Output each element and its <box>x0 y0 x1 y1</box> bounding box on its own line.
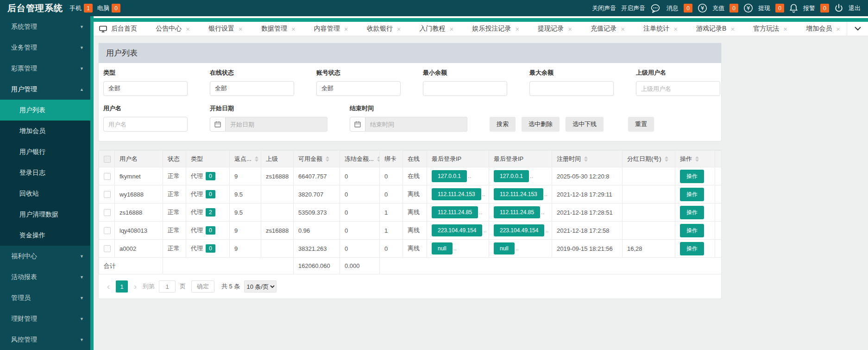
tab-close-icon[interactable]: × <box>450 25 454 33</box>
row-checkbox[interactable] <box>104 227 111 234</box>
sidebar-item[interactable]: 风控管理▼ <box>0 329 90 350</box>
sidebar-item[interactable]: 福利中心▼ <box>0 246 90 267</box>
delete-selected-button[interactable]: 选中删除 <box>522 117 560 132</box>
sort-icon[interactable] <box>255 156 258 162</box>
sidebar-subitem[interactable]: 增加会员 <box>0 121 90 141</box>
row-action-button[interactable]: 操作 <box>680 188 704 201</box>
row-checkbox[interactable] <box>104 209 111 216</box>
sidebar-item[interactable]: 用户管理▲ <box>0 79 90 100</box>
reset-button[interactable]: 重置 <box>628 117 654 132</box>
tab-item[interactable]: 增加会员× <box>806 25 840 33</box>
tab-item[interactable]: 提现记录× <box>538 25 572 33</box>
row-checkbox[interactable] <box>104 245 111 252</box>
goto-confirm-button[interactable]: 确定 <box>191 280 214 293</box>
tab-item[interactable]: 银行设置× <box>208 25 243 33</box>
last-login-ip-button[interactable]: 112.111.24.85 <box>494 206 540 218</box>
last-login-ip-button[interactable]: null <box>432 242 453 255</box>
tab-item[interactable]: 数据管理× <box>261 25 296 33</box>
tab-item[interactable]: 入门教程× <box>420 25 454 33</box>
tab-item[interactable]: 后台首页 <box>99 25 137 33</box>
prev-page-button[interactable]: ‹ <box>105 282 112 292</box>
parent-user-filter[interactable] <box>636 81 720 96</box>
tab-item[interactable]: 收款银行× <box>367 25 401 33</box>
start-date-filter-calendar-button[interactable] <box>210 117 226 132</box>
tab-close-icon[interactable]: × <box>730 25 735 33</box>
select-all-checkbox[interactable] <box>104 156 111 163</box>
start-date-filter-input[interactable] <box>226 117 327 132</box>
tab-item[interactable]: 游戏记录B× <box>696 25 735 33</box>
tab-close-icon[interactable]: × <box>397 25 401 33</box>
last-login-ip-button[interactable]: 223.104.49.154 <box>432 224 482 236</box>
logout-button[interactable]: 退出 <box>849 4 861 13</box>
tab-close-icon[interactable]: × <box>186 25 190 33</box>
sound-on-button[interactable]: 开启声音 <box>621 4 645 13</box>
tab-item[interactable]: 内容管理× <box>314 25 348 33</box>
messages-button[interactable]: 消息 <box>667 4 679 13</box>
search-button[interactable]: 搜索 <box>490 117 516 132</box>
tab-close-icon[interactable]: × <box>291 25 296 33</box>
tab-item[interactable]: 官方玩法× <box>753 25 787 33</box>
last-login-ip-button[interactable]: 127.0.0.1 <box>432 170 467 182</box>
sidebar-subitem[interactable]: 用户清理数据 <box>0 204 90 225</box>
tab-item[interactable]: 充值记录× <box>591 25 625 33</box>
recharge-button[interactable]: 充值 <box>712 4 724 13</box>
row-checkbox[interactable] <box>104 191 111 198</box>
sidebar-item[interactable]: 彩票管理▼ <box>0 58 90 79</box>
tab-close-icon[interactable]: × <box>673 25 678 33</box>
end-time-filter-input[interactable] <box>365 117 467 132</box>
per-page-select[interactable]: 10 条/页 <box>244 280 277 293</box>
end-time-filter-calendar-button[interactable] <box>350 117 365 132</box>
account-status-filter[interactable]: 全部 <box>316 81 401 96</box>
next-page-button[interactable]: › <box>132 282 138 292</box>
tab-item[interactable]: 娱乐投注记录× <box>472 25 519 33</box>
sidebar-item[interactable]: 管理员▼ <box>0 287 90 308</box>
sidebar-item[interactable]: 系统管理▼ <box>0 16 90 37</box>
sidebar-subitem[interactable]: 登录日志 <box>0 162 90 183</box>
last-login-ip-button[interactable]: 112.111.24.153 <box>494 188 543 200</box>
tab-item[interactable]: 注单统计× <box>643 25 678 33</box>
sidebar-item[interactable]: 活动报表▼ <box>0 267 90 287</box>
sidebar-subitem[interactable]: 资金操作 <box>0 225 90 246</box>
sidebar-item[interactable]: 理财管理▼ <box>0 308 90 329</box>
sidebar-subitem[interactable]: 回收站 <box>0 183 90 204</box>
goto-page-input[interactable] <box>159 280 176 293</box>
tab-close-icon[interactable]: × <box>344 25 348 33</box>
tab-close-icon[interactable]: × <box>515 25 519 33</box>
sidebar-item[interactable]: 业务管理▼ <box>0 37 90 58</box>
alarm-button[interactable]: 报警 <box>803 4 815 13</box>
last-login-ip-button[interactable]: 223.104.49.154 <box>494 224 544 236</box>
sidebar-subitem[interactable]: 用户列表 <box>0 100 90 121</box>
last-login-ip-button[interactable]: null <box>494 242 515 255</box>
current-page-button[interactable]: 1 <box>116 280 128 293</box>
row-action-button[interactable]: 操作 <box>680 206 704 219</box>
row-action-button[interactable]: 操作 <box>680 224 704 237</box>
row-checkbox[interactable] <box>104 173 111 180</box>
row-action-button[interactable]: 操作 <box>680 170 704 183</box>
tab-overflow-button[interactable] <box>847 22 868 36</box>
max-balance-filter[interactable] <box>529 81 614 96</box>
withdraw-button[interactable]: 提现 <box>758 4 770 13</box>
last-login-ip-button[interactable]: 112.111.24.85 <box>432 206 478 218</box>
cell-frozen: 0 <box>340 204 380 222</box>
tab-close-icon[interactable]: × <box>783 25 787 33</box>
type-filter[interactable]: 全部 <box>103 81 188 96</box>
last-login-ip-button[interactable]: 127.0.0.1 <box>494 170 529 182</box>
sort-icon[interactable] <box>326 156 329 162</box>
min-balance-filter[interactable] <box>423 81 507 96</box>
tab-item[interactable]: 公告中心× <box>156 25 190 33</box>
sort-icon[interactable] <box>695 156 699 162</box>
tab-close-icon[interactable]: × <box>836 25 840 33</box>
online-status-filter[interactable]: 全部 <box>210 81 294 96</box>
username-filter[interactable] <box>103 117 188 132</box>
sort-icon[interactable] <box>665 156 668 162</box>
tab-close-icon[interactable]: × <box>568 25 572 33</box>
sound-off-button[interactable]: 关闭声音 <box>592 4 616 13</box>
last-login-ip-button[interactable]: 112.111.24.153 <box>432 188 481 200</box>
tab-close-icon[interactable]: × <box>239 25 243 33</box>
sort-icon[interactable] <box>584 156 588 162</box>
row-action-button[interactable]: 操作 <box>680 242 704 255</box>
sort-icon[interactable] <box>377 156 380 162</box>
tab-close-icon[interactable]: × <box>621 25 625 33</box>
offline-selected-button[interactable]: 选中下线 <box>566 117 604 132</box>
sidebar-subitem[interactable]: 用户银行 <box>0 141 90 162</box>
